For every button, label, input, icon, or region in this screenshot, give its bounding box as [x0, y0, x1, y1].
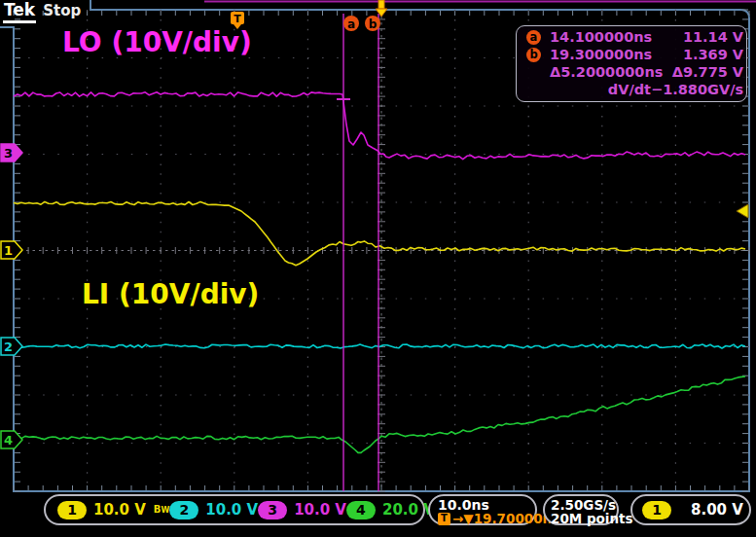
ch4-scale: 20.0 V — [382, 501, 435, 519]
bandwidth-limit-icon: BW — [154, 505, 169, 516]
trigger-level-value: 8.00 V — [691, 501, 743, 519]
cursor-delta-value: Δ9.775 V — [651, 64, 743, 81]
trigger-readout[interactable]: 1 8.00 V — [630, 494, 751, 525]
ch1-ground-marker-label: 1 — [4, 243, 13, 258]
ch3-annotation-label: LO (10V/div) — [62, 26, 252, 58]
cursor-a-value: 11.14 V — [651, 29, 743, 46]
cursor-a-flag-label: a — [347, 18, 355, 31]
ch1-scale: 10.0 V — [93, 501, 146, 519]
ch1-annotation-label: LI (10V/div) — [82, 278, 259, 310]
acquisition-status: Stop — [43, 2, 81, 19]
ch4-readout[interactable]: 4 20.0 V — [346, 501, 435, 519]
trigger-position-arrow-stem — [378, 0, 384, 9]
timebase-scale: 10.0ns — [438, 498, 535, 512]
ch2-badge[interactable]: 2 — [169, 501, 198, 519]
ch4-ground-marker-label: 4 — [4, 433, 13, 448]
acquisition-readout[interactable]: 2.50GS/s 20M points — [543, 494, 619, 525]
cursor-b-badge: b — [526, 48, 541, 62]
channel-settings-bar: 1 10.0 V BW 2 10.0 V 3 10.0 V 4 20.0 V — [44, 494, 425, 525]
ch2-readout[interactable]: 2 10.0 V — [169, 501, 258, 519]
ch3-scale: 10.0 V — [294, 501, 346, 519]
trigger-position-arrow[interactable] — [376, 9, 387, 17]
ch1-readout[interactable]: 1 10.0 V BW — [57, 501, 169, 519]
trigger-delay-readout: T →▼19.70000ns — [438, 512, 535, 525]
record-length: 20M points — [551, 512, 617, 525]
ch3-ground-marker-label: 3 — [4, 146, 13, 161]
cursor-b-time: 19.300000ns — [550, 47, 651, 63]
trace-ch2 — [14, 344, 745, 348]
cursor-b-value: 1.369 V — [651, 47, 743, 63]
ch3-badge[interactable]: 3 — [258, 501, 287, 519]
cursor-delta-time: Δ5.2000000ns — [550, 64, 651, 81]
ch2-scale: 10.0 V — [205, 501, 258, 519]
ch4-badge[interactable]: 4 — [346, 501, 376, 519]
cursor-b-flag-label: b — [369, 18, 378, 31]
header: Tek Stop — [3, 1, 81, 23]
cursor-readout-panel: a 14.100000ns 11.14 V b 19.300000ns 1.36… — [516, 25, 747, 102]
trigger-level-arrow[interactable] — [737, 204, 748, 218]
trigger-t-badge: T — [438, 513, 450, 525]
trigger-source-badge: 1 — [642, 501, 671, 519]
tek-logo: Tek — [3, 1, 36, 23]
ch2-ground-marker-label: 2 — [4, 340, 13, 354]
trace-ch1-li — [14, 201, 745, 265]
trigger-t-flag-label: T — [234, 13, 241, 25]
cursor-a-time: 14.100000ns — [550, 29, 651, 46]
oscilloscope-screen: abT3124 Tek Stop LO (10V/div) LI (10V/di… — [0, 0, 756, 537]
timebase-readout[interactable]: 10.0ns T →▼19.70000ns — [428, 494, 537, 525]
ch3-readout[interactable]: 3 10.0 V — [258, 501, 346, 519]
dvdt-value: −1.880GV/s — [651, 82, 743, 98]
sample-rate: 2.50GS/s — [551, 498, 617, 512]
dvdt-label: dV/dt — [550, 82, 651, 98]
ch1-badge[interactable]: 1 — [57, 501, 87, 519]
cursor-a-badge: a — [526, 30, 541, 45]
